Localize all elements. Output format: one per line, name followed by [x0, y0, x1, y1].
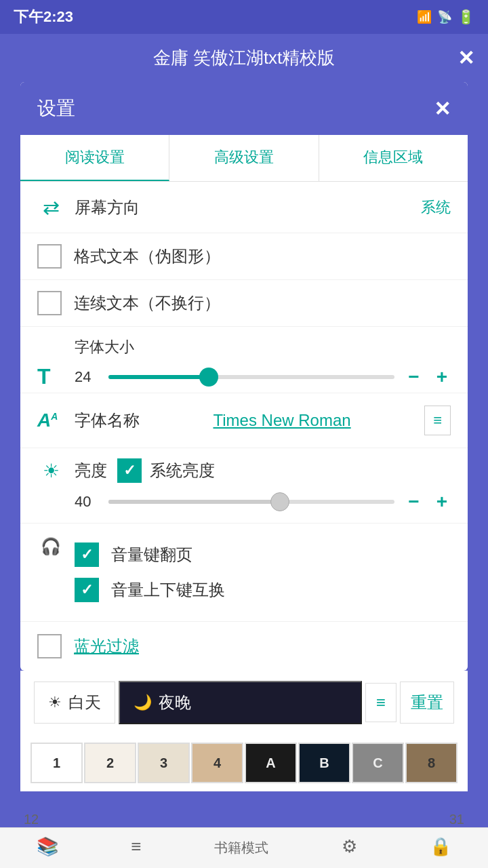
brightness-icon: ☀	[37, 460, 64, 482]
reset-button[interactable]: 重置	[400, 682, 454, 724]
lock-icon: 🔒	[430, 836, 451, 857]
swatch-4[interactable]: 4	[191, 743, 243, 783]
day-label: 白天	[68, 692, 101, 713]
continuous-text-row: 连续文本（不换行）	[20, 280, 468, 327]
font-preset-icon: ≡	[433, 412, 442, 429]
reset-label: 重置	[411, 693, 443, 711]
brightness-decrease-button[interactable]: −	[405, 491, 422, 513]
settings-tabs: 阅读设置 高级设置 信息区域	[20, 135, 468, 182]
font-size-slider-thumb[interactable]	[199, 368, 218, 387]
font-name-row: AA 字体名称 Times New Roman ≡	[20, 393, 468, 448]
screen-orientation-value[interactable]: 系统	[421, 197, 451, 218]
volume-flip-label: 音量键翻页	[111, 544, 192, 566]
preset-icon-button[interactable]: ≡	[365, 683, 396, 722]
swatch-b[interactable]: B	[298, 743, 350, 783]
font-size-slider-fill	[108, 375, 209, 379]
status-icons: 📶 📡 🔋	[417, 9, 474, 25]
settings-nav-icon: ⚙	[342, 836, 357, 857]
font-size-icon: T	[37, 364, 64, 389]
page-number-left: 12	[24, 812, 39, 827]
blue-filter-checkbox[interactable]	[37, 634, 62, 658]
format-text-label: 格式文本（伪图形）	[74, 245, 220, 267]
volume-section: 🎧 音量键翻页 音量上下键互换	[20, 524, 468, 622]
nav-lock[interactable]: 🔒	[430, 836, 451, 860]
font-size-value: 24	[75, 368, 98, 386]
list-icon: ≡	[376, 693, 386, 711]
blue-filter-label[interactable]: 蓝光过滤	[74, 635, 139, 657]
chapters-icon: ≡	[131, 836, 141, 857]
swatch-c[interactable]: C	[352, 743, 404, 783]
swatch-3[interactable]: 3	[138, 743, 190, 783]
page-number-right: 31	[449, 812, 464, 827]
tab-advanced-settings[interactable]: 高级设置	[169, 135, 319, 181]
bookshelf-icon: 📚	[37, 836, 58, 857]
font-size-increase-button[interactable]: +	[433, 366, 451, 388]
volume-flip-row: 音量键翻页	[75, 537, 451, 572]
swatch-1[interactable]: 1	[30, 743, 83, 783]
volume-swap-label: 音量上下键互换	[111, 579, 225, 601]
nav-bookshelf[interactable]: 📚	[37, 836, 58, 860]
font-size-section: 字体大小 T 24 − +	[20, 327, 468, 393]
bottom-navigation: 📚 ≡ 书籍模式 ⚙ 🔒	[0, 827, 488, 868]
font-name-label: 字体名称	[75, 410, 140, 431]
screen-orientation-row: ⇄ 屏幕方向 系统	[20, 182, 468, 233]
screen-orientation-label: 屏幕方向	[75, 197, 411, 218]
settings-title: 设置	[37, 96, 75, 121]
wifi-icon: 📡	[437, 9, 452, 24]
brightness-header: ☀ 亮度 系统亮度	[37, 458, 451, 483]
brightness-system-checkbox[interactable]	[117, 458, 142, 483]
app-title: 金庸 笑傲江湖txt精校版	[153, 46, 336, 70]
tab-read-settings[interactable]: 阅读设置	[20, 135, 169, 181]
volume-flip-checkbox[interactable]	[75, 542, 99, 567]
brightness-slider-thumb[interactable]	[270, 492, 289, 511]
app-close-button[interactable]: ✕	[458, 46, 474, 70]
volume-swap-checkbox[interactable]	[75, 578, 99, 602]
font-name-icon: AA	[37, 410, 64, 431]
font-size-decrease-button[interactable]: −	[405, 366, 422, 388]
font-size-slider[interactable]	[108, 375, 394, 379]
brightness-slider-fill	[108, 500, 280, 504]
brightness-system-label: 系统亮度	[150, 460, 215, 481]
signal-icon: 📶	[417, 9, 432, 24]
brightness-system-row: 系统亮度	[117, 458, 215, 483]
brightness-label: 亮度	[75, 460, 107, 481]
brightness-value: 40	[75, 493, 98, 511]
continuous-text-checkbox[interactable]	[37, 291, 62, 315]
volume-swap-row: 音量上下键互换	[75, 572, 451, 608]
brightness-section: ☀ 亮度 系统亮度 40 − +	[20, 448, 468, 524]
sun-icon: ☀	[48, 694, 62, 711]
status-time: 下午2:23	[14, 7, 73, 27]
settings-header: 设置 ✕	[20, 82, 468, 135]
theme-button-bar: ☀ 白天 🌙 夜晚 ≡ 重置	[20, 671, 468, 734]
settings-panel: 设置 ✕ 阅读设置 高级设置 信息区域 ⇄ 屏幕方向 系统 格式文本（伪图形） …	[20, 82, 468, 671]
brightness-slider[interactable]	[108, 500, 394, 504]
swatch-d[interactable]: 8	[405, 743, 458, 783]
font-preset-button[interactable]: ≡	[424, 406, 451, 435]
format-text-row: 格式文本（伪图形）	[20, 233, 468, 280]
day-mode-button[interactable]: ☀ 白天	[34, 682, 115, 724]
night-mode-button[interactable]: 🌙 夜晚	[119, 681, 362, 724]
brightness-increase-button[interactable]: +	[433, 491, 451, 513]
nav-settings[interactable]: ⚙	[342, 836, 357, 860]
font-size-label: 字体大小	[75, 337, 451, 357]
volume-options: 音量键翻页 音量上下键互换	[75, 537, 451, 608]
blue-filter-row: 蓝光过滤	[20, 622, 468, 671]
headphones-icon: 🎧	[41, 537, 61, 556]
format-text-checkbox[interactable]	[37, 244, 62, 269]
nav-chapters[interactable]: ≡	[131, 836, 141, 860]
theme-swatches-row: 1 2 3 4 A B C 8	[20, 734, 468, 791]
nav-book-mode[interactable]: 书籍模式	[214, 839, 268, 857]
title-bar: 他娘的，岳不群 金庸 笑傲江湖txt精校版 ✕	[0, 34, 488, 82]
continuous-text-label: 连续文本（不换行）	[74, 292, 220, 314]
status-bar: 下午2:23 📶 📡 🔋	[0, 0, 488, 34]
battery-icon: 🔋	[458, 9, 474, 25]
screen-orientation-icon: ⇄	[37, 195, 64, 219]
swatch-2[interactable]: 2	[84, 743, 136, 783]
brightness-row: 40 − +	[37, 491, 451, 513]
tab-info-area[interactable]: 信息区域	[319, 135, 468, 181]
font-size-row: T 24 − +	[37, 364, 451, 389]
settings-close-button[interactable]: ✕	[434, 97, 451, 121]
swatch-a[interactable]: A	[245, 743, 297, 783]
night-label: 夜晚	[159, 692, 191, 713]
font-name-value[interactable]: Times New Roman	[150, 411, 414, 430]
